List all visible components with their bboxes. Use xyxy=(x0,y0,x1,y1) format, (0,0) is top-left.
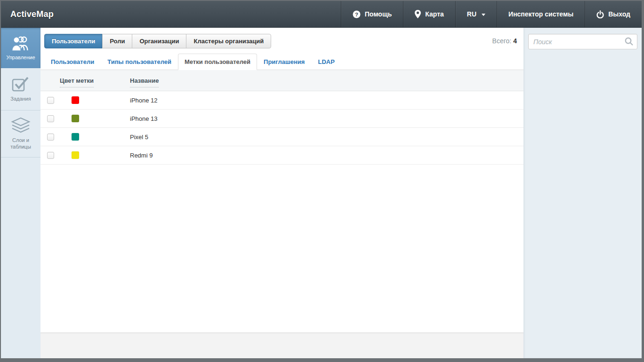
language-label: RU xyxy=(467,10,476,18)
users-icon xyxy=(10,35,31,51)
table-row[interactable]: Pixel 5 xyxy=(40,128,523,146)
tab-organizations[interactable]: Организации xyxy=(132,34,186,48)
label-name: Pixel 5 xyxy=(130,134,148,141)
sidebar-item-label: Управление xyxy=(6,55,35,61)
sidebar-item-tasks[interactable]: Задания xyxy=(1,68,40,110)
subtab-user-labels[interactable]: Метки пользователей xyxy=(178,54,257,70)
inspector-label: Инспектор системы xyxy=(508,10,573,18)
svg-text:?: ? xyxy=(355,11,358,17)
section-toolbar: Пользователи Роли Организации Кластеры о… xyxy=(40,28,523,48)
row-checkbox[interactable] xyxy=(47,97,54,104)
search-icon[interactable] xyxy=(625,37,634,48)
sidebar-item-label: Слои и таблицы xyxy=(2,137,39,150)
subtab-invitations[interactable]: Приглашения xyxy=(257,54,311,70)
table-row[interactable]: iPhone 12 xyxy=(40,91,523,110)
tab-roles[interactable]: Роли xyxy=(102,34,132,48)
top-bar: ActiveMap ? Помощь Карта xyxy=(1,1,642,28)
logout-label: Выход xyxy=(608,10,630,18)
map-label: Карта xyxy=(425,10,444,18)
app-logo: ActiveMap xyxy=(1,1,63,27)
sidebar-item-layers[interactable]: Слои и таблицы xyxy=(1,110,40,157)
table-header: Цвет метки Название xyxy=(40,70,523,91)
subtabs: Пользователи Типы пользователей Метки по… xyxy=(40,54,523,70)
layers-icon xyxy=(11,118,31,134)
main-content: Пользователи Роли Организации Кластеры о… xyxy=(40,28,523,358)
subtab-ldap[interactable]: LDAP xyxy=(311,54,341,70)
logout-button[interactable]: Выход xyxy=(585,1,642,27)
row-checkbox[interactable] xyxy=(47,152,54,159)
sidebar-item-management[interactable]: Управление xyxy=(1,28,40,68)
tab-users[interactable]: Пользователи xyxy=(44,34,103,48)
label-name: Redmi 9 xyxy=(130,152,153,159)
sidebar-item-label: Задания xyxy=(10,96,31,102)
map-button[interactable]: Карта xyxy=(403,1,455,27)
subtab-user-types[interactable]: Типы пользователей xyxy=(101,54,178,70)
app-window: ActiveMap ? Помощь Карта xyxy=(1,1,642,358)
row-checkbox[interactable] xyxy=(47,115,54,122)
table-row[interactable]: Redmi 9 xyxy=(40,146,523,165)
search-panel xyxy=(523,28,642,358)
total-label: Всего: xyxy=(492,37,512,45)
sidebar: Управление Задания xyxy=(1,28,40,358)
row-checkbox[interactable] xyxy=(47,134,54,141)
total-count: Всего:4 xyxy=(492,34,517,45)
column-header-color[interactable]: Цвет метки xyxy=(60,77,130,84)
power-icon xyxy=(596,10,604,18)
label-color-swatch xyxy=(72,133,79,141)
column-header-name[interactable]: Название xyxy=(130,77,159,84)
total-value: 4 xyxy=(513,37,517,45)
section-tabs: Пользователи Роли Организации Кластеры о… xyxy=(44,34,271,48)
label-color-swatch xyxy=(72,151,79,159)
help-button[interactable]: ? Помощь xyxy=(341,1,403,27)
label-name: iPhone 12 xyxy=(130,97,158,104)
caret-down-icon xyxy=(482,14,485,16)
help-label: Помощь xyxy=(365,10,392,18)
map-pin-icon xyxy=(415,10,421,18)
label-color-swatch xyxy=(72,96,79,104)
label-color-swatch xyxy=(72,115,79,122)
table-row[interactable]: iPhone 13 xyxy=(40,110,523,128)
tab-org-clusters[interactable]: Кластеры организаций xyxy=(186,34,271,48)
top-nav: ? Помощь Карта RU Инспектор системы xyxy=(341,1,642,27)
label-name: iPhone 13 xyxy=(130,115,158,122)
tasks-icon xyxy=(11,76,30,92)
inspector-button[interactable]: Инспектор системы xyxy=(497,1,585,27)
table-empty-area xyxy=(40,165,523,332)
content-footer xyxy=(40,332,523,358)
help-icon: ? xyxy=(353,10,361,18)
language-button[interactable]: RU xyxy=(455,1,497,27)
subtab-users[interactable]: Пользователи xyxy=(44,54,101,70)
search-input[interactable] xyxy=(528,34,637,49)
